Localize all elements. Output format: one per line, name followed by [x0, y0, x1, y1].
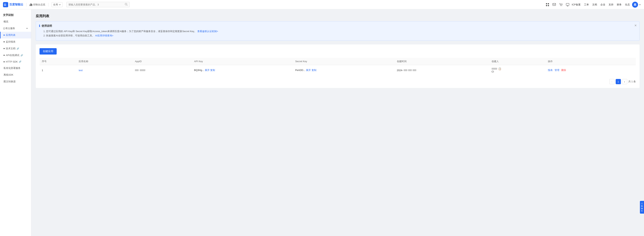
float-cart-item[interactable]: 订购物车 — [641, 202, 643, 212]
sidebar-api-debug-label: API在线调试 — [6, 54, 20, 57]
sidebar-item-http-sdk[interactable]: HTTP SDK 🔗 — [0, 59, 31, 65]
chevron-down-icon — [59, 4, 61, 6]
sidebar-item-monitor[interactable]: 监控报表 — [0, 39, 31, 45]
secretkey-copy[interactable]: 复制 — [312, 69, 316, 71]
pagination-next[interactable]: › — [622, 79, 627, 84]
action-delete[interactable]: 删除 — [561, 69, 566, 72]
monitor-dot — [4, 41, 5, 42]
svg-line-6 — [127, 5, 128, 6]
time-mask2 — [408, 69, 412, 71]
cell-name: test — [76, 65, 133, 75]
notice-line1: 1. 您可通过应用的 API Key和 Secret Key获取Access_t… — [44, 29, 636, 33]
nav-link-icp[interactable]: ICP备案 — [572, 3, 581, 6]
cell-appid — [133, 65, 192, 75]
page-title: 应用列表 — [36, 14, 640, 18]
global-selector[interactable]: 全局 — [52, 2, 62, 7]
info-icon: ℹ — [39, 24, 40, 28]
apikey-prefix: BQ3Hg... — [194, 69, 205, 71]
message-icon — [552, 3, 556, 7]
cell-creator: 📋 Cl — [489, 65, 546, 75]
creator-name: Cl — [492, 70, 544, 73]
notice-close-button[interactable]: ✕ — [634, 24, 637, 27]
col-appid: AppID — [133, 58, 192, 65]
sidebar-item-img-convert[interactable]: 图文转换器 — [0, 78, 31, 85]
appid-mask2 — [140, 69, 145, 71]
action-manage[interactable]: 管理 — [554, 69, 560, 72]
sidebar-group-public-cloud[interactable]: 公有云服务 — [0, 25, 31, 32]
control-label: 控制台总览 — [33, 3, 45, 6]
col-name: 应用名称 — [76, 58, 133, 65]
chevron-up-icon — [26, 27, 28, 30]
table-header: 序号 应用名称 AppID API Key Secret Key 创建时间 创建… — [40, 58, 636, 65]
sidebar-item-overview[interactable]: 概览 — [0, 18, 31, 25]
tech-doc-dot — [4, 48, 5, 49]
svg-rect-2 — [30, 5, 31, 6]
api-external-icon: 🔗 — [20, 54, 23, 57]
main-content: 应用列表 ℹ 使用说明 1. 您可通过应用的 API Key和 Secret K… — [31, 9, 644, 236]
col-index: 序号 — [40, 58, 76, 65]
table-row: 1 test BQ3Hg... 展开 — [40, 65, 636, 75]
http-sdk-dot — [4, 61, 5, 62]
apikey-expand[interactable]: 展开 — [205, 69, 210, 71]
svg-rect-9 — [546, 5, 547, 6]
logo[interactable]: 云 百度智能云 — [3, 2, 23, 7]
search-input[interactable] — [68, 3, 125, 6]
sidebar-item-app-list[interactable]: 应用列表 — [0, 32, 31, 39]
control-overview[interactable]: 控制台总览 — [30, 3, 45, 6]
secretkey-expand[interactable]: 展开 — [306, 69, 311, 71]
sidebar-item-offline-sdk[interactable]: 离线SDK — [0, 71, 31, 78]
nav-link-ticket[interactable]: 工单 — [584, 3, 589, 6]
notice-box: ℹ 使用说明 1. 您可通过应用的 API Key和 Secret Key获取A… — [36, 21, 640, 41]
nav-link-support[interactable]: 支持 — [608, 3, 614, 6]
col-apikey: API Key — [192, 58, 293, 65]
sidebar-http-sdk-label: HTTP SDK — [6, 60, 18, 63]
float-cart-bar[interactable]: 订购物车 — [640, 201, 644, 214]
cell-row-actions: 报表 管理 删除 — [546, 65, 636, 75]
logo-icon: 云 — [3, 2, 8, 7]
avatar-chevron-icon — [639, 4, 641, 6]
svg-rect-8 — [548, 3, 549, 4]
page-1-label: 1 — [618, 80, 619, 83]
avatar-wrap[interactable]: 超 — [632, 2, 641, 8]
appid-masked — [135, 69, 145, 71]
action-report[interactable]: 报表 — [548, 69, 553, 72]
sidebar: 文字识别 概览 公有云服务 应用列表 监控报表 技术文档 🔗 API在线调试 🔗 — [0, 9, 31, 236]
pagination-prev[interactable]: ‹ — [609, 79, 614, 84]
logo-text: 百度智能云 — [9, 3, 23, 6]
sidebar-monitor-label: 监控报表 — [6, 40, 16, 44]
app-name-link[interactable]: test — [79, 69, 82, 72]
app-table: 序号 应用名称 AppID API Key Secret Key 创建时间 创建… — [40, 58, 636, 75]
sidebar-item-api-debug[interactable]: API在线调试 🔗 — [0, 52, 31, 59]
nav-link-finance[interactable]: 财务 — [617, 3, 622, 6]
notice-line1-text: 1. 您可通过应用的 API Key和 Secret Key获取Access_t… — [44, 30, 196, 33]
cell-index: 1 — [40, 65, 76, 75]
message-nav-icon[interactable] — [552, 3, 556, 7]
pagination-page-1[interactable]: 1 — [616, 79, 621, 84]
notice-link1[interactable]: 查看鉴权认证机制> — [197, 30, 218, 33]
monitor-icon — [566, 3, 570, 7]
nav-link-ecosystem[interactable]: 生态 — [625, 3, 630, 6]
create-app-button[interactable]: 创建应用 — [40, 48, 57, 55]
nav-link-enterprise[interactable]: 企业 — [600, 3, 605, 6]
screen-nav-icon[interactable] — [566, 3, 570, 7]
sidebar-img-convert-label: 图文转换器 — [4, 80, 16, 83]
search-button[interactable] — [125, 3, 128, 6]
search-bar[interactable] — [66, 2, 130, 7]
time-mask3 — [412, 69, 416, 71]
nav-link-docs[interactable]: 文档 — [592, 3, 597, 6]
notice-header: ℹ 使用说明 — [39, 24, 636, 28]
cart-nav-icon[interactable] — [559, 3, 563, 7]
pagination-total: 共 1 条 — [628, 80, 636, 83]
table-area: 创建应用 序号 应用名称 AppID API Key Secret Key 创建… — [36, 44, 640, 88]
table-body: 1 test BQ3Hg... 展开 — [40, 65, 636, 75]
cell-apikey: BQ3Hg... 展开 复制 — [192, 65, 293, 75]
sidebar-item-tech-doc[interactable]: 技术文档 🔗 — [0, 45, 31, 52]
grid-nav-icon[interactable] — [546, 3, 549, 7]
cell-secretkey: PeADD... 展开 复制 — [293, 65, 394, 75]
nav-icon-group — [546, 3, 570, 7]
sidebar-item-private-deploy[interactable]: 私有化部署服务 — [0, 65, 31, 71]
notice-link2[interactable]: AI应用详情查询> — [95, 34, 113, 37]
apikey-copy[interactable]: 复制 — [210, 69, 215, 71]
svg-text:云: 云 — [4, 3, 6, 6]
home-icon — [30, 3, 32, 6]
